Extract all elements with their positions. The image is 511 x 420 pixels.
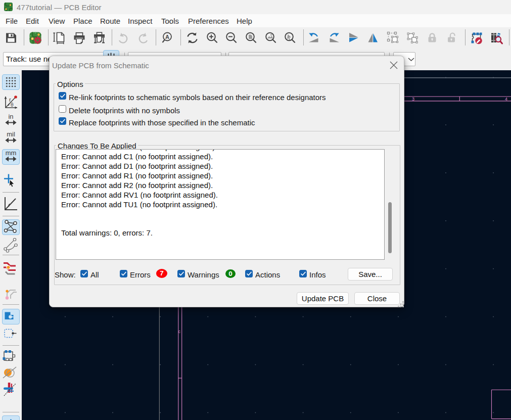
svg-text:mil: mil [7,130,15,138]
svg-text:A: A [165,34,169,40]
svg-text:c: c [178,329,181,334]
svg-text:θ: θ [11,102,14,108]
svg-text:in: in [8,113,13,120]
svg-text:3: 3 [412,97,414,102]
svg-text:mm: mm [6,149,17,157]
svg-text:4: 4 [505,97,507,102]
